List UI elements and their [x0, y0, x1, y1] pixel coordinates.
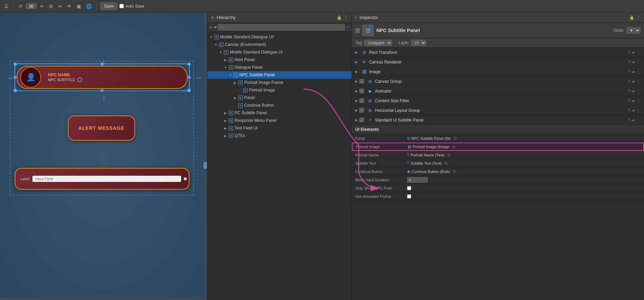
hier-item-text-field[interactable]: ▶ ⊞ Text Field UI	[207, 124, 351, 132]
field-check-animated-portrait[interactable]	[407, 194, 411, 199]
hier-item-npc-subtitle[interactable]: ▼ ⊞ NPC Subtitle Panel	[207, 71, 351, 79]
comp-help-0[interactable]: ?	[628, 50, 630, 55]
hier-item-canvas-env[interactable]: ▼ ⊞ Canvas (Environment)	[207, 41, 351, 48]
field-only-npc: Only Show NPC Portr	[352, 184, 644, 192]
hierarchy-nav-left[interactable]: ◀	[214, 25, 216, 29]
comp-check-7[interactable]: ✓	[359, 118, 364, 122]
hier-item-continue[interactable]: ⊞ Continue Button	[207, 101, 351, 109]
comp-actions-5: ? ⇌ ⋮	[628, 98, 641, 103]
inspector-title: Inspector	[359, 15, 378, 20]
comp-more-3[interactable]: ⋮	[636, 79, 641, 84]
hier-cube-13: ⊞	[228, 133, 234, 138]
field-circle-portrait-name[interactable]: ◎	[447, 153, 451, 157]
comp-more-7[interactable]: ⋮	[636, 118, 641, 123]
hier-item-qtes[interactable]: ▶ ⊞ QTEs	[207, 132, 351, 139]
comp-icon-sui: #	[367, 117, 373, 123]
tag-dropdown[interactable]: Untagged	[364, 40, 392, 46]
comp-help-2[interactable]: ?	[628, 69, 630, 74]
field-circle-panel[interactable]: ◎	[454, 136, 457, 141]
globe-icon[interactable]: 🌐	[85, 3, 93, 10]
comp-image[interactable]: ▶ 🖼 Image ? ⇌ ⋮	[352, 67, 644, 77]
display-icon[interactable]: ▣	[75, 3, 82, 10]
comp-more-4[interactable]: ⋮	[636, 89, 641, 94]
scene-canvas[interactable]: 👤 NPC NAME NPC SUBTITLE ↔ ↕ ↔ ↕ ALERT M	[0, 12, 207, 300]
rotate-icon[interactable]: ⟳	[17, 3, 24, 10]
eye-icon[interactable]: 👁	[66, 3, 73, 10]
field-check-only-npc[interactable]	[407, 186, 411, 190]
comp-check-4[interactable]: ✓	[359, 89, 364, 93]
field-circle-subtitle-text[interactable]: ◎	[444, 161, 448, 165]
comp-check-3[interactable]: ✓	[359, 79, 364, 84]
comp-canvas-renderer[interactable]: ▶ 👁 Canvas Renderer ? ⇌ ⋮	[352, 57, 644, 67]
cube-icon-0: ⊞	[214, 35, 219, 39]
comp-settings-4[interactable]: ⇌	[632, 89, 635, 94]
hierarchy-expand-icon[interactable]: ⤢	[346, 25, 349, 29]
comp-settings-3[interactable]: ⇌	[632, 79, 635, 84]
comp-check-6[interactable]: ✓	[359, 108, 364, 113]
hierarchy-add-icon[interactable]: +	[209, 25, 212, 30]
comp-more-2[interactable]: ⋮	[636, 69, 641, 74]
paint-icon[interactable]: ✏	[39, 3, 46, 10]
hierarchy-search[interactable]	[218, 24, 345, 30]
move-icon[interactable]: ⇔	[57, 3, 63, 10]
hier-item-dialogue-panel[interactable]: ▼ ⊞ Dialogue Panel	[207, 64, 351, 71]
2d-toggle[interactable]: 2D	[26, 3, 37, 9]
save-button[interactable]: Save	[100, 2, 117, 10]
hier-item-portrait-frame[interactable]: ▶ ⊞ Portrait Image Frame	[207, 79, 351, 86]
static-dropdown[interactable]: ▼	[626, 27, 641, 33]
comp-help-1[interactable]: ?	[628, 60, 630, 65]
comp-help-6[interactable]: ?	[628, 108, 630, 113]
comp-settings-5[interactable]: ⇌	[632, 98, 635, 103]
hier-item-portrait-image[interactable]: ⊞ Portrait Image	[207, 86, 351, 94]
input-field[interactable]	[32, 176, 181, 182]
hier-label-9: Continue Button	[244, 103, 274, 108]
hier-item-pc-subtitle[interactable]: ▶ ⊞ PC Subtitle Panel	[207, 109, 351, 117]
field-input-block-input[interactable]	[407, 177, 428, 183]
comp-more-6[interactable]: ⋮	[636, 108, 641, 113]
field-circle-portrait-image[interactable]: ◎	[452, 145, 455, 149]
comp-rect-transform[interactable]: ▶ ⊞ Rect Transform ? ⇌ ⋮	[352, 48, 644, 57]
comp-help-5[interactable]: ?	[628, 98, 630, 103]
scene-hscrollbar[interactable]	[0, 297, 204, 300]
layer-dropdown[interactable]: UI	[411, 40, 426, 46]
inspector-lock-icon[interactable]: 🔒	[629, 15, 634, 20]
ui-elements-header: UI Elements	[352, 125, 644, 134]
autosave-checkbox[interactable]	[119, 4, 124, 8]
hier-item-alert-panel[interactable]: ▶ ⊞ Alert Panel	[207, 56, 351, 64]
inspector-info-icon: ℹ	[355, 15, 357, 20]
scene-scrollbar[interactable]	[204, 12, 207, 300]
grid-icon[interactable]: ⊞	[48, 3, 55, 10]
hier-item-mobile-std-ui[interactable]: ▼ ⊞ Mobile Standard Dialogue UI	[207, 48, 351, 56]
comp-check-5[interactable]: ✓	[359, 98, 364, 103]
scene-scrollbar-thumb[interactable]	[204, 162, 207, 169]
comp-help-7[interactable]: ?	[628, 118, 630, 123]
inspector-more-icon[interactable]: ⋮	[636, 15, 641, 20]
comp-help-3[interactable]: ?	[628, 79, 630, 84]
hamburger-icon[interactable]: ☰	[3, 3, 10, 10]
object-enable-check[interactable]: ✓	[355, 28, 360, 33]
comp-more-0[interactable]: ⋮	[636, 50, 641, 55]
comp-help-4[interactable]: ?	[628, 89, 630, 94]
field-circle-continue-btn[interactable]: ◎	[453, 169, 456, 174]
comp-settings-6[interactable]: ⇌	[632, 108, 635, 113]
scene-panel: 👤 NPC NAME NPC SUBTITLE ↔ ↕ ↔ ↕ ALERT M	[0, 12, 207, 300]
comp-canvas-group[interactable]: ▶ ✓ ⊞ Canvas Group ? ⇌ ⋮	[352, 77, 644, 86]
comp-hlg[interactable]: ▶ ✓ ⊞ Horizontal Layout Group ? ⇌ ⋮	[352, 106, 644, 115]
hier-item-panel[interactable]: ▶ ⊞ Panel	[207, 94, 351, 101]
autosave-container: Auto Save	[119, 4, 144, 9]
comp-content-size[interactable]: ▶ ✓ ⊞ Content Size Fitter ? ⇌ ⋮	[352, 96, 644, 106]
hier-item-response-menu[interactable]: ▶ ⊞ Response Menu Panel	[207, 117, 351, 124]
comp-more-5[interactable]: ⋮	[636, 98, 641, 103]
comp-standard-ui[interactable]: ▶ ✓ # Standard Ui Subtitle Panel ? ⇌ ⋮	[352, 115, 644, 125]
hierarchy-grid-icon: ⊞	[211, 15, 214, 20]
comp-more-1[interactable]: ⋮	[636, 60, 641, 65]
comp-animator[interactable]: ▶ ✓ ▶ Animator ? ⇌ ⋮	[352, 86, 644, 96]
comp-settings-1[interactable]: ⇌	[632, 60, 635, 65]
layer-label: Layer	[398, 40, 409, 45]
comp-settings-0[interactable]: ⇌	[632, 50, 635, 55]
comp-settings-7[interactable]: ⇌	[632, 118, 635, 123]
hierarchy-lock-icon[interactable]: 🔒	[337, 15, 342, 20]
hierarchy-more-icon[interactable]: ⋮	[344, 15, 348, 20]
hier-item-mobile-std[interactable]: ▼ ⊞ Mobile Standard Dialogue UI*	[207, 33, 351, 41]
comp-settings-2[interactable]: ⇌	[632, 69, 635, 74]
